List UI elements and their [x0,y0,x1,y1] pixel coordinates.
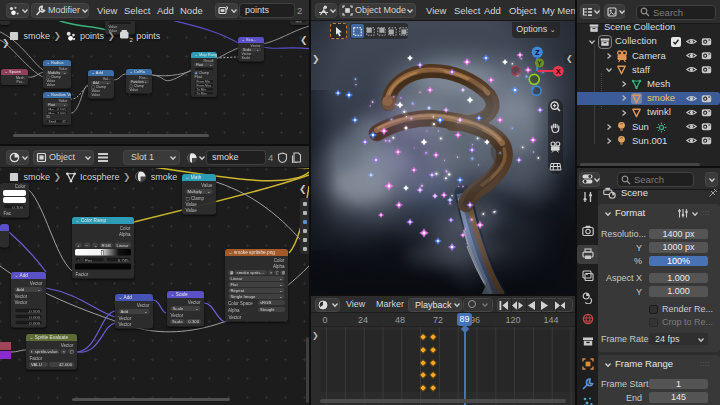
svg-text:Z: Z [535,48,540,57]
svg-text:2: 2 [129,37,133,43]
svg-text:Y: Y [537,60,542,67]
svg-text:X: X [556,67,561,76]
